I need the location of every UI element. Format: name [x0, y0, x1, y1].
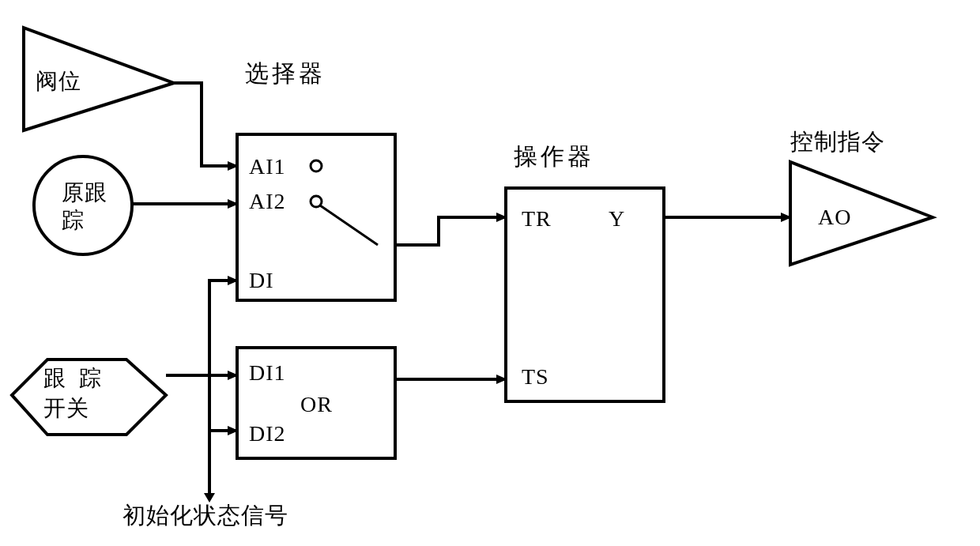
- valve-position-label: 阀位: [36, 68, 81, 95]
- trackswitch-line2: 开关: [43, 395, 89, 422]
- origtrack-line2: 踪: [62, 207, 85, 234]
- operator-tr-label: TR: [522, 205, 552, 232]
- selector-wiper: [320, 205, 378, 245]
- selector-ai2-node: [311, 196, 322, 207]
- diagram-svg: [0, 0, 980, 546]
- selector-di-label: DI: [249, 267, 274, 294]
- operator-ts-label: TS: [522, 363, 549, 390]
- conn-valve-to-selector: [174, 83, 237, 166]
- trackswitch-line1: 跟 踪: [43, 365, 102, 392]
- control-command-block: [790, 162, 933, 265]
- ao-label: AO: [818, 204, 851, 231]
- init-state-label: 初始化状态信号: [122, 502, 288, 529]
- or-op-label: OR: [300, 391, 333, 418]
- origtrack-line1: 原跟: [62, 179, 107, 206]
- selector-ai2-label: AI2: [249, 188, 286, 215]
- or-di1-label: DI1: [249, 360, 286, 386]
- selector-title: 选择器: [245, 59, 326, 88]
- conn-init-to-selector-di: [209, 281, 237, 498]
- selector-ai1-node: [311, 160, 322, 171]
- operator-title: 操作器: [514, 142, 594, 171]
- or-di2-label: DI2: [249, 420, 286, 447]
- operator-y-label: Y: [609, 205, 625, 232]
- conn-selector-to-operator: [395, 217, 506, 245]
- selector-ai1-label: AI1: [249, 153, 286, 180]
- control-command-title: 控制指令: [790, 128, 885, 156]
- diagram-stage: 阀位 选择器 原跟 踪 跟 踪 开关 AI1 AI2 DI DI1 OR DI2…: [0, 0, 980, 546]
